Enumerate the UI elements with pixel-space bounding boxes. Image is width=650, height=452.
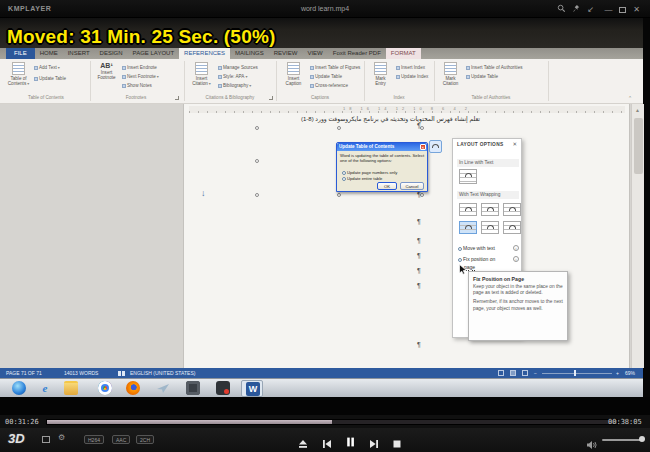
wrap-in-front-option[interactable] <box>503 221 521 234</box>
dark-app-icon-2[interactable] <box>216 381 230 395</box>
read-mode-icon[interactable] <box>498 370 504 376</box>
layout-options-close-icon[interactable]: ✕ <box>512 141 517 147</box>
radio-update-entire-table[interactable]: Update entire table <box>342 176 382 181</box>
mark-entry-button[interactable]: MarkEntry <box>368 62 393 87</box>
selection-handle[interactable] <box>255 126 259 130</box>
maximize-button[interactable] <box>619 7 626 13</box>
scroll-up-icon[interactable]: ▲ <box>635 107 640 113</box>
3d-mode-button[interactable]: 3D <box>8 431 25 446</box>
eject-button[interactable] <box>298 435 308 452</box>
web-layout-icon[interactable] <box>522 370 528 376</box>
search-icon[interactable] <box>556 4 567 15</box>
stop-button[interactable] <box>392 435 402 452</box>
tab-insert[interactable]: INSERT <box>63 48 95 59</box>
volume-slider[interactable] <box>602 439 642 441</box>
language-indicator[interactable]: ENGLISH (UNITED STATES) <box>130 370 195 376</box>
update-table-authorities-button[interactable]: Update Table <box>466 74 498 79</box>
volume-slider-knob[interactable] <box>639 436 645 442</box>
firefox-icon[interactable] <box>126 381 140 395</box>
insert-caption-button[interactable]: InsertCaption <box>280 62 307 87</box>
insert-table-of-figures-button[interactable]: Insert Table of Figures <box>310 65 360 70</box>
layout-options-launcher-button[interactable] <box>429 140 442 153</box>
settings-gear-icon[interactable]: ⚙ <box>58 433 65 442</box>
bibliography-button[interactable]: Bibliography <box>218 83 251 88</box>
page-indicator[interactable]: PAGE 71 OF 71 <box>6 370 42 376</box>
selection-handle[interactable] <box>337 126 341 130</box>
mark-citation-button[interactable]: MarkCitation <box>438 62 463 87</box>
minimize-button[interactable]: — <box>603 4 614 15</box>
citations-dialog-launcher[interactable] <box>269 96 273 100</box>
show-notes-button[interactable]: Show Notes <box>122 83 152 88</box>
print-layout-icon[interactable] <box>510 370 516 376</box>
dark-app-icon[interactable] <box>186 381 200 395</box>
chrome-icon[interactable] <box>98 381 112 395</box>
dialog-close-icon[interactable]: ✕ <box>420 144 426 150</box>
seek-bar[interactable] <box>46 419 618 425</box>
wrap-topbottom-option-selected[interactable] <box>459 221 477 234</box>
player-titlebar[interactable]: KMPLAYER word learn.mp4 ↙ — ✕ <box>0 0 650 18</box>
tab-foxit-reader-pdf[interactable]: Foxit Reader PDF <box>328 48 386 59</box>
update-toc-dialog[interactable]: Update Table of Contents ✕ Word is updat… <box>336 142 428 192</box>
cancel-button[interactable]: Cancel <box>400 182 424 190</box>
footnotes-dialog-launcher[interactable] <box>175 96 179 100</box>
previous-button[interactable] <box>322 435 332 452</box>
horizontal-ruler[interactable]: 18 16 14 12 10 8 6 4 2 <box>189 106 625 113</box>
resize-arrow-icon[interactable]: ↙ <box>585 4 596 15</box>
manage-sources-button[interactable]: Manage Sources <box>218 65 258 70</box>
pin-icon[interactable] <box>571 4 582 15</box>
info-icon[interactable]: i <box>513 256 519 262</box>
tab-view[interactable]: VIEW <box>302 48 327 59</box>
tab-review[interactable]: REVIEW <box>269 48 303 59</box>
vertical-scrollbar[interactable]: ▲ <box>631 104 644 368</box>
volume-speaker-icon[interactable] <box>586 436 598 452</box>
radio-move-with-text[interactable]: Move with text <box>458 245 495 251</box>
pause-button[interactable] <box>345 434 356 452</box>
wrap-through-option[interactable] <box>503 203 521 216</box>
tab-file[interactable]: FILE <box>6 48 35 59</box>
next-button[interactable] <box>369 435 379 452</box>
word-taskbar-button[interactable]: W <box>241 380 263 397</box>
zoom-out-icon[interactable]: − <box>534 370 537 376</box>
tab-design[interactable]: DESIGN <box>95 48 128 59</box>
insert-footnote-button[interactable]: AB¹ InsertFootnote <box>94 62 119 81</box>
inline-with-text-option[interactable] <box>459 169 477 184</box>
insert-endnote-button[interactable]: Insert Endnote <box>122 65 157 70</box>
paper-plane-icon[interactable] <box>156 381 170 395</box>
wrap-square-option[interactable] <box>459 203 477 216</box>
tab-home[interactable]: HOME <box>35 48 63 59</box>
cross-reference-button[interactable]: Cross-reference <box>310 83 348 88</box>
start-button-icon[interactable] <box>12 381 26 395</box>
screen-mode-icon[interactable] <box>42 436 50 443</box>
selection-handle[interactable] <box>337 193 341 197</box>
next-footnote-button[interactable]: Next Footnote <box>122 74 159 79</box>
zoom-slider[interactable] <box>542 373 612 374</box>
style-apa-selector[interactable]: Style: APA <box>218 74 247 79</box>
insert-table-of-authorities-button[interactable]: Insert Table of Authorities <box>466 65 523 70</box>
wrap-tight-option[interactable] <box>481 203 499 216</box>
tab-mailings[interactable]: MAILINGS <box>230 48 269 59</box>
ok-button[interactable]: OK <box>377 182 397 190</box>
word-count[interactable]: 14013 WORDS <box>64 370 98 376</box>
tab-references[interactable]: REFERENCES <box>179 48 230 59</box>
folder-icon[interactable] <box>64 381 78 395</box>
tab-page-layout[interactable]: PAGE LAYOUT <box>128 48 179 59</box>
selection-handle[interactable] <box>255 159 259 163</box>
update-table-button[interactable]: Update Table <box>34 76 66 81</box>
zoom-slider-knob[interactable] <box>574 370 576 376</box>
radio-update-page-numbers[interactable]: Update page numbers only <box>342 170 397 175</box>
dialog-titlebar[interactable]: Update Table of Contents <box>337 143 427 151</box>
zoom-in-icon[interactable]: + <box>616 370 619 376</box>
wrap-behind-text-option[interactable] <box>481 221 499 234</box>
proofing-book-icon[interactable] <box>118 371 125 376</box>
tab-format[interactable]: FORMAT <box>386 48 421 59</box>
insert-index-button[interactable]: Insert Index <box>396 65 425 70</box>
selection-handle[interactable] <box>255 193 259 197</box>
scrollbar-thumb[interactable] <box>634 118 643 174</box>
internet-explorer-icon[interactable]: e <box>38 381 52 395</box>
info-icon[interactable]: i <box>513 245 519 251</box>
close-button[interactable]: ✕ <box>631 4 642 15</box>
table-of-contents-button[interactable]: Table ofContents <box>5 62 32 87</box>
insert-citation-button[interactable]: InsertCitation <box>188 62 215 87</box>
collapse-ribbon-icon[interactable]: ⌃ <box>628 95 632 101</box>
zoom-percent[interactable]: 69% <box>625 370 635 376</box>
